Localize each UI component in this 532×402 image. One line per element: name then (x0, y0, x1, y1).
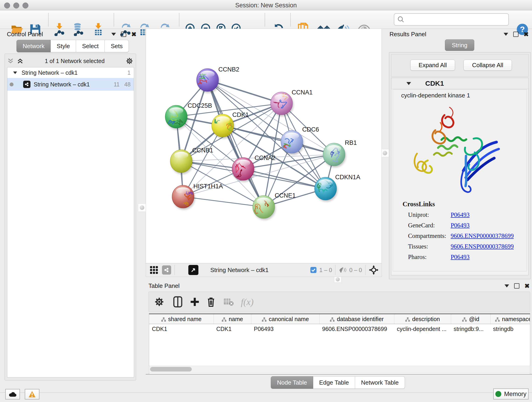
expand-all-button[interactable]: Expand All (410, 60, 455, 70)
tab-style[interactable]: Style (51, 40, 76, 52)
column-header-shared-name[interactable]: shared name (149, 314, 214, 324)
warning-icon (28, 390, 36, 398)
table-settings-button[interactable] (152, 295, 166, 309)
control-panel-float-icon[interactable] (121, 32, 126, 37)
show-columns-button[interactable] (171, 295, 185, 309)
protein-card-header[interactable]: CDK1 (391, 78, 528, 89)
fit-selected-crosshair-icon[interactable] (369, 265, 379, 275)
search-input[interactable] (407, 16, 508, 23)
table-panel-close-icon[interactable]: ✖ (525, 284, 530, 288)
tab-network-table[interactable]: Network Table (355, 376, 405, 389)
gear-icon[interactable] (125, 57, 133, 65)
table-panel-float-icon[interactable] (514, 283, 519, 288)
network-node-CDK1[interactable] (212, 114, 234, 139)
crosslink-link[interactable]: P06493 (451, 254, 470, 261)
control-panel-close-icon[interactable]: ✖ (131, 32, 137, 37)
protein-collapse-icon[interactable] (406, 82, 411, 85)
network-view-title: String Network – cdk1 (210, 267, 268, 274)
crosslink-row: Compartments:9606.ENSP00000378699 (408, 232, 527, 240)
collection-label: String Network – cdk1 (22, 70, 78, 76)
table-cell[interactable]: CDK1 (149, 324, 214, 334)
table-cell[interactable]: P06493 (251, 324, 319, 334)
crosslink-label: Tissues: (408, 243, 451, 250)
cloud-button[interactable] (5, 389, 20, 400)
table-panel-menu-icon[interactable] (505, 284, 509, 287)
column-header-canonical-name[interactable]: canonical name (251, 314, 319, 324)
main-toolbar: ? (0, 10, 532, 29)
network-tab-content: 1 of 1 Network selected String Network –… (5, 54, 136, 380)
crosslink-label: GeneCard: (408, 222, 451, 229)
search-field (394, 13, 509, 26)
selected-checkbox-icon[interactable] (310, 266, 317, 274)
table-cell[interactable]: CDK1 (214, 324, 251, 334)
column-header-name[interactable]: name (214, 314, 251, 324)
columns-icon (172, 296, 183, 307)
network-node-CDC6[interactable] (281, 130, 304, 155)
network-view-canvas[interactable]: CCNB2CCNA1CDC25BCDK1CDC6RB1CCNB1CCNA2CDK… (146, 29, 382, 263)
expand-all-icon[interactable] (16, 57, 24, 65)
control-panel-menu-icon[interactable] (111, 33, 116, 36)
application-window: Session: New Session (0, 0, 532, 402)
function-builder-button: f(x) (240, 295, 254, 309)
tab-network[interactable]: Network (17, 40, 51, 52)
table-horizontal-scrollbar[interactable] (149, 366, 530, 373)
delete-table-button (222, 295, 235, 309)
tab-edge-table[interactable]: Edge Table (313, 376, 355, 389)
warnings-button[interactable] (25, 389, 39, 400)
network-node-CDC25B[interactable] (165, 105, 188, 130)
crosslink-link[interactable]: 9606.ENSP00000378699 (451, 232, 514, 240)
column-header-namespace[interactable]: namespace (490, 314, 530, 324)
crosslink-label: Pharos: (408, 254, 451, 261)
tab-node-table[interactable]: Node Table (271, 376, 313, 389)
crosslink-row: Pharos:P06493 (408, 254, 527, 261)
delete-column-button[interactable] (204, 295, 218, 309)
right-splitter-handle[interactable] (381, 149, 389, 157)
left-splitter-handle[interactable] (138, 204, 146, 212)
table-row[interactable]: CDK1CDK1P064939606.ENSP00000378699cyclin… (149, 324, 530, 334)
plus-icon (190, 297, 200, 307)
network-node-CCNA1[interactable] (271, 92, 293, 116)
table-panel-tabs: Node TableEdge TableNetwork Table (271, 376, 405, 389)
scrollbar-thumb[interactable] (150, 367, 192, 371)
open-in-new-icon[interactable] (188, 265, 198, 275)
horizontal-splitter-handle[interactable] (334, 276, 341, 283)
table-panel-divider (146, 374, 532, 375)
crosslink-link[interactable]: P06493 (451, 211, 470, 218)
network-node-CDKN1A[interactable] (315, 177, 337, 202)
table-cell[interactable]: cyclin-dependent ... (394, 324, 451, 334)
crosslink-link[interactable]: P06493 (451, 222, 470, 229)
results-panel-float-icon[interactable] (513, 32, 519, 37)
table-cell[interactable]: stringdb (490, 324, 530, 334)
column-header--id[interactable]: @id (451, 314, 490, 324)
birds-eye-grid-icon[interactable] (149, 265, 159, 275)
crosslink-link[interactable]: 9606.ENSP00000378699 (451, 243, 514, 250)
network-node-CCNE1[interactable] (253, 196, 276, 220)
network-collection-row[interactable]: String Network – cdk1 1 (7, 67, 134, 78)
crosslink-row: Uniprot:P06493 (408, 211, 527, 218)
results-panel-menu-icon[interactable] (504, 33, 508, 36)
table-cell[interactable]: stringdb:9... (451, 324, 490, 334)
string-badge-icon[interactable] (162, 265, 171, 274)
toolbar-separator (290, 13, 291, 26)
crosslink-label: Compartments: (408, 232, 451, 240)
column-header-database-identifier[interactable]: database identifier (319, 314, 394, 324)
network-node-CCNA2[interactable] (232, 157, 255, 182)
node-table: shared namenamecanonical namedatabase id… (149, 313, 530, 374)
create-column-button[interactable] (188, 295, 202, 309)
node-label-CCNA1: CCNA1 (292, 89, 313, 96)
crosslink-row: GeneCard:P06493 (408, 222, 527, 229)
hidden-node-edge-counts: 0 – 0 (349, 267, 362, 274)
network-node-RB1[interactable] (323, 143, 346, 167)
collapse-all-icon[interactable] (7, 57, 14, 65)
results-panel-close-icon[interactable]: ✖ (524, 32, 529, 37)
results-tab-string[interactable]: String (445, 39, 474, 51)
tab-select[interactable]: Select (76, 40, 105, 52)
table-cell[interactable]: 9606.ENSP00000378699 (319, 324, 394, 334)
node-label-CDC6: CDC6 (302, 126, 319, 133)
column-header-description[interactable]: description (394, 314, 451, 324)
collection-collapse-icon[interactable] (13, 71, 17, 74)
memory-button[interactable]: Memory (493, 389, 529, 400)
collapse-all-button[interactable]: Collapse All (463, 60, 512, 70)
network-row-selected[interactable]: String Network – cdk1 11 48 (7, 78, 134, 91)
tab-sets[interactable]: Sets (105, 40, 129, 52)
